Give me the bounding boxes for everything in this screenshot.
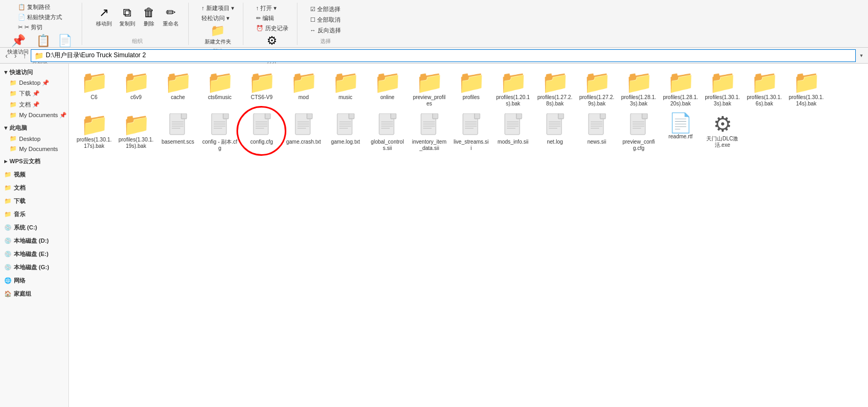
folder-item[interactable]: 📁profiles(1.30.1.6s).bak	[744, 69, 784, 109]
properties-icon: ⚙	[267, 34, 277, 48]
file-icon	[169, 113, 188, 138]
file-item[interactable]: global_controls.sii	[367, 111, 407, 154]
folder-item[interactable]: 📁profiles(1.28.1.3s).bak	[619, 69, 659, 109]
sidebar-header-wps[interactable]: ▸ WPS云文档	[0, 156, 68, 167]
sidebar-header-c[interactable]: 💿系统 (C:)	[0, 222, 68, 233]
copy-to-button[interactable]: ⧉ 复制到	[116, 5, 138, 29]
file-item[interactable]: news.sii	[577, 111, 617, 154]
open-group: ↑ 打开 ▾ ✏ 编辑 ⏰ 历史记录 ⚙ 属性 打开	[254, 3, 297, 45]
file-item[interactable]: inventory_item_data.sii	[409, 111, 449, 154]
file-item[interactable]: live_streams.sii	[451, 111, 491, 154]
file-label: basement.scs	[162, 139, 195, 145]
folder-item[interactable]: 📁online	[367, 69, 407, 109]
sidebar-header-quickaccess[interactable]: ▾ 快速访问	[0, 67, 68, 78]
folder-item[interactable]: 📁profiles(1.30.1.19s).bak	[116, 111, 156, 154]
sidebar-section-network: 🌐网络	[0, 275, 68, 286]
main-layout: ▾ 快速访问 📁Desktop 📌 📁下载 📌 📁文档 📌 📁My Docume…	[0, 64, 868, 407]
sidebar-header-network[interactable]: 🌐网络	[0, 275, 68, 286]
file-icon: ⚙	[713, 113, 732, 135]
address-dropdown-button[interactable]: ▾	[858, 51, 865, 59]
clipboard-group: 📋 复制路径 📄 粘贴快捷方式 ✂ ✂ 剪切 📌 快速访问	[4, 3, 82, 45]
folder-item[interactable]: 📁profiles(1.20.1s).bak	[493, 69, 533, 109]
select-all-button[interactable]: ☑ 全部选择	[308, 5, 343, 14]
folder-item[interactable]: 📁cts6music	[200, 69, 240, 109]
easy-access-button[interactable]: 轻松访问 ▾	[199, 14, 236, 23]
folder-item[interactable]: 📁profiles	[451, 69, 491, 109]
exe-item[interactable]: ⚙天门山DLC激活.exe	[703, 111, 742, 154]
sidebar-header-document[interactable]: 📁文档	[0, 182, 68, 193]
folder-icon: 📁	[122, 113, 150, 136]
file-label: profiles(1.30.1.14s).bak	[788, 94, 824, 107]
folder-item[interactable]: 📁C6	[74, 69, 114, 109]
paste-shortcut-button[interactable]: 📄 粘贴快捷方式	[16, 13, 64, 22]
folder-item[interactable]: 📁cache	[158, 69, 198, 109]
folder-item[interactable]: 📁profiles(1.30.1.3s).bak	[703, 69, 742, 109]
file-item[interactable]: game.crash.txt	[284, 111, 323, 154]
file-item[interactable]: config.cfg	[242, 111, 282, 154]
file-label: global_controls.sii	[370, 139, 405, 152]
sidebar-item-docs[interactable]: 📁文档 📌	[0, 99, 68, 110]
svg-rect-37	[391, 113, 396, 119]
folder-item[interactable]: 📁music	[326, 69, 365, 109]
sidebar-header-homegroup[interactable]: 🏠家庭组	[0, 288, 68, 299]
file-item[interactable]: 📄readme.rtf	[661, 111, 700, 154]
folder-item[interactable]: 📁profiles(1.30.1.14s).bak	[786, 69, 826, 109]
file-item[interactable]: preview_config.cfg	[619, 111, 659, 154]
file-label: profiles(1.30.1.17s).bak	[76, 137, 112, 149]
sidebar-item-download[interactable]: 📁下载 📌	[0, 88, 68, 99]
file-label: news.sii	[588, 139, 607, 145]
sidebar-item-mydocs2[interactable]: 📁My Documents	[0, 144, 68, 154]
file-item[interactable]: basement.scs	[158, 111, 198, 154]
folder-item[interactable]: 📁c6v9	[116, 69, 156, 109]
sidebar-header-music[interactable]: 📁音乐	[0, 209, 68, 220]
sidebar-section-wps: ▸ WPS云文档	[0, 156, 68, 167]
file-item[interactable]: config - 副本.cfg	[200, 111, 240, 154]
edit-button[interactable]: ✏ 编辑	[254, 14, 291, 23]
rename-button[interactable]: ✏ 重命名	[160, 5, 182, 29]
file-label: C6	[91, 94, 98, 101]
sidebar-header-thispc[interactable]: ▾ 此电脑	[0, 122, 68, 134]
nav-forward-button[interactable]: ›	[12, 50, 19, 61]
folder-item[interactable]: 📁preview_profiles	[409, 69, 449, 109]
svg-rect-58	[516, 113, 522, 119]
sidebar-header-dl[interactable]: 📁下载	[0, 196, 68, 207]
sidebar-item-mydocs[interactable]: 📁My Documents 📌	[0, 110, 68, 120]
sidebar-header-d[interactable]: 💿本地磁盘 (D:)	[0, 235, 68, 246]
nav-up-button[interactable]: ↑	[21, 50, 29, 61]
deselect-all-button[interactable]: ☐ 全部取消	[308, 15, 343, 24]
folder-item[interactable]: 📁profiles(1.30.1.17s).bak	[74, 111, 114, 154]
invert-selection-button[interactable]: ↔ 反向选择	[308, 26, 343, 35]
folder-icon: 📁	[10, 145, 17, 152]
sidebar-header-e[interactable]: 💿本地磁盘 (E:)	[0, 249, 68, 260]
sidebar-header-video[interactable]: 📁视频	[0, 169, 68, 180]
new-item-button[interactable]: ↑ 新建项目 ▾	[199, 4, 236, 13]
folder-item[interactable]: 📁CTS6-V9	[242, 69, 282, 109]
folder-item[interactable]: 📁profiles(1.27.2.9s).bak	[577, 69, 617, 109]
sidebar-header-g[interactable]: 💿本地磁盘 (G:)	[0, 262, 68, 273]
folder-icon: 📁	[10, 112, 17, 119]
address-bar[interactable]: 📁 D:\用户目录\Euro Truck Simulator 2	[31, 49, 856, 62]
folder-item[interactable]: 📁mod	[284, 69, 323, 109]
file-item[interactable]: game.log.txt	[326, 111, 365, 154]
file-label: profiles(1.28.1.20s).bak	[663, 94, 698, 107]
cut-button[interactable]: ✂ ✂ 剪切	[16, 23, 45, 32]
sidebar-item-desktop[interactable]: 📁Desktop 📌	[0, 78, 68, 88]
file-label: c6v9	[130, 94, 142, 101]
folder-item[interactable]: 📁profiles(1.28.1.20s).bak	[661, 69, 700, 109]
sidebar-section-d: 💿本地磁盘 (D:)	[0, 235, 68, 246]
new-folder-button[interactable]: 📁 新建文件夹	[201, 23, 234, 47]
file-item[interactable]: mods_info.sii	[493, 111, 533, 154]
cut-icon: ✂	[18, 24, 23, 31]
file-item[interactable]: net.log	[535, 111, 575, 154]
history-button[interactable]: ⏰ 历史记录	[254, 24, 291, 33]
move-to-button[interactable]: ↗ 移动到	[93, 5, 115, 29]
sidebar-item-desktop2[interactable]: 📁Desktop	[0, 134, 68, 144]
file-icon	[588, 113, 607, 138]
copy-path-button[interactable]: 📋 复制路径	[16, 3, 52, 12]
nav-back-button[interactable]: ‹	[3, 50, 10, 61]
folder-item[interactable]: 📁profiles(1.27.2.8s).bak	[535, 69, 575, 109]
delete-button[interactable]: 🗑 删除	[139, 5, 159, 29]
open-button[interactable]: ↑ 打开 ▾	[254, 4, 291, 13]
sidebar-section-video: 📁视频	[0, 169, 68, 180]
folder-icon: 📁	[499, 71, 527, 93]
